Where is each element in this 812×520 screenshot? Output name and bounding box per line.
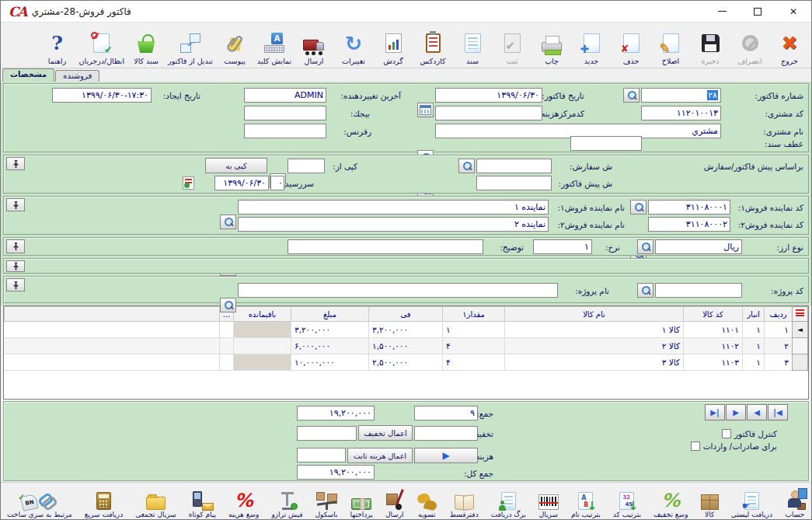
doc-ref-field[interactable] [570, 136, 642, 151]
column-header[interactable]: کد کالا [684, 307, 743, 322]
table-cell[interactable]: ۲ [765, 338, 793, 354]
rep1-name-lookup-button[interactable] [220, 215, 236, 229]
order-no-field[interactable] [476, 159, 552, 173]
installment-book-button[interactable]: دفترقسط [450, 486, 479, 520]
receipt-sheet-button[interactable]: برگ دریافت [491, 486, 526, 520]
cost-status-button[interactable]: % وضع هزینه [228, 486, 259, 520]
table-cell[interactable] [220, 338, 234, 354]
rep2-code-field[interactable]: ۳۱۱۰۸۰۰۰۲ [648, 217, 730, 232]
table-cell[interactable]: کالا ۲ [505, 338, 684, 354]
apply-fixed-cost-button[interactable]: اعمال هزینه ثابت [347, 448, 413, 463]
item-button[interactable]: کالا [701, 486, 719, 520]
invoice-date-calendar-button[interactable] [417, 103, 434, 117]
last-editor-field[interactable]: ADMIN [244, 88, 326, 103]
currency-field[interactable]: ریال [655, 239, 742, 254]
serial-button[interactable]: سریال [538, 486, 559, 520]
table-cell[interactable]: ۶,۰۰۰,۰۰۰ [291, 338, 369, 354]
column-header[interactable]: ردیف [765, 307, 793, 322]
export-import-checkbox[interactable] [691, 441, 700, 451]
tab-seller[interactable]: فروشنده [55, 70, 99, 82]
rep1-code-lookup-button[interactable] [630, 200, 646, 215]
customer-code-field[interactable]: ۱۱۲۰۱۰۰۱۳ [641, 106, 721, 120]
table-cell[interactable]: ۱ [743, 322, 765, 338]
currency-lookup-button[interactable] [637, 239, 653, 254]
column-header[interactable]: مبلغ [291, 307, 369, 322]
table-cell[interactable]: ۳,۲۰۰,۰۰۰ [369, 322, 443, 338]
copy-to-button[interactable]: کپی به [205, 158, 267, 173]
table-cell[interactable]: کالا ۱ [505, 322, 684, 338]
maximize-button[interactable] [740, 1, 775, 22]
sms-button[interactable]: پیام کوتاه [189, 486, 216, 520]
table-cell[interactable] [234, 338, 291, 354]
pin-button[interactable] [6, 260, 25, 272]
project-name-field[interactable] [238, 283, 558, 298]
column-header[interactable]: انبار [743, 307, 765, 322]
table-cell[interactable]: ۴ [443, 338, 505, 354]
table-cell[interactable]: کالا ۳ [505, 354, 684, 371]
copy-from-field[interactable] [288, 159, 325, 173]
turnover-button[interactable]: گردش [374, 30, 413, 67]
sort-by-code-button[interactable]: 3245↓ بترتیب کد [613, 486, 641, 520]
nav-first-button[interactable]: |◀ [768, 404, 788, 421]
bijak-field[interactable] [244, 106, 326, 120]
item-basket-button[interactable]: سبد کالا [127, 30, 166, 67]
nav-prev-button[interactable]: ◀ [747, 404, 767, 421]
table-cell[interactable] [220, 354, 234, 371]
aggregate-serial-button[interactable]: سریال تجمعی [135, 486, 176, 520]
rep2-name-field[interactable]: نماینده ۲ [238, 217, 549, 232]
pin-button[interactable] [6, 239, 25, 253]
column-header[interactable]: فی [369, 307, 443, 322]
nav-next-button[interactable]: ▶ [726, 404, 746, 421]
list-receipt-button[interactable]: ☛ دریافت لیستی [731, 486, 772, 520]
table-cell[interactable]: ۱ [743, 338, 765, 354]
related-batch-button[interactable]: مرتبط به سري ساخت [7, 486, 72, 520]
column-header[interactable]: مقدار۱ [443, 307, 505, 322]
sum-qty-field[interactable]: ۹ [414, 406, 478, 421]
print-button[interactable]: چاپ [532, 30, 571, 67]
table-cell[interactable] [234, 354, 291, 371]
rep1-code-field[interactable]: ۳۱۱۰۸۰۰۰۱ [648, 200, 730, 215]
table-cell[interactable]: ۱ [443, 322, 505, 338]
project-code-field[interactable] [655, 283, 742, 298]
voucher-button[interactable]: سند [453, 30, 492, 67]
table-cell[interactable] [234, 322, 291, 338]
show-keys-button[interactable]: A نمایش کلید [255, 30, 294, 67]
row-selector[interactable] [793, 338, 808, 354]
tab-specifications[interactable]: مشخصات [2, 68, 54, 82]
weighbridge-button[interactable]: باسکول [315, 486, 338, 520]
discount-amount-field[interactable] [297, 426, 357, 441]
table-cell[interactable] [220, 322, 234, 338]
proforma-no-field[interactable] [476, 176, 552, 190]
row-selector[interactable] [793, 354, 808, 371]
invoice-no-lookup-button[interactable] [623, 88, 639, 103]
quick-receipt-button[interactable]: دریافت سریع [85, 486, 123, 520]
table-cell[interactable]: ۳ [765, 354, 793, 371]
table-cell[interactable]: ۱۱۰۳ [684, 354, 743, 371]
row-selector[interactable]: ◄ [793, 322, 808, 338]
invoice-no-field[interactable]: ۲۸ [641, 88, 721, 103]
invoice-discount-field[interactable] [414, 426, 478, 441]
table-cell[interactable]: ۴ [443, 354, 505, 371]
column-header[interactable]: نام کالا [505, 307, 684, 322]
table-cell[interactable]: ۲,۵۰۰,۰۰۰ [369, 354, 443, 371]
void-inprogress-button[interactable]: ✔ ابطال/درجریان [78, 30, 127, 67]
costs-amount-field[interactable] [297, 448, 346, 462]
pin-button[interactable] [6, 157, 25, 170]
grid-menu-header[interactable] [793, 307, 808, 322]
discount-status-button[interactable]: % وضع تخفیف [653, 486, 688, 520]
new-button[interactable]: ✚ جدید [572, 30, 611, 67]
send-button[interactable]: ارسال [294, 30, 333, 67]
edit-button[interactable]: ✎ اصلاح [651, 30, 690, 67]
kardex-button[interactable]: کاردکس [413, 30, 452, 67]
table-cell[interactable]: ۱ [765, 322, 793, 338]
pin-button[interactable] [6, 198, 25, 211]
table-cell[interactable]: ۱,۵۰۰,۰۰۰ [369, 338, 443, 354]
attachment-button[interactable]: پیوست [215, 30, 254, 67]
payments-button[interactable]: پرداختها [350, 486, 373, 520]
minimize-button[interactable] [704, 1, 740, 22]
table-cell[interactable]: ۳,۲۰۰,۰۰۰ [291, 322, 369, 338]
table-cell[interactable]: ۱۰,۰۰۰,۰۰۰ [291, 354, 369, 371]
dispatch-button[interactable]: ارسال [385, 486, 404, 520]
pin-button[interactable] [6, 278, 25, 291]
sort-by-name-button[interactable]: AB↓ بترتیب نام [571, 486, 601, 520]
